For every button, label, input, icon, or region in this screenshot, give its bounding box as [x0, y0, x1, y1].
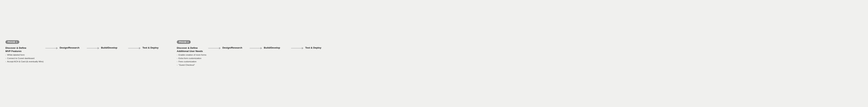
step-test-deploy-2: Test & Deploy: [305, 46, 331, 49]
arrow-4-line: [208, 48, 219, 48]
phase-1-label-row: PHASE 1: [5, 40, 168, 46]
step-discover-define-mvp: Discover & Define MVP Features White-lab…: [5, 46, 43, 64]
step-2-title: Design/Research: [60, 46, 85, 49]
step-8-title: Test & Deploy: [305, 46, 331, 49]
phase-2-badge: PHASE 2: [177, 40, 191, 44]
arrow-2-shape: [87, 47, 99, 49]
arrow-2-line: [87, 48, 98, 48]
arrow-5-line: [250, 48, 260, 48]
step-1-content: Discover & Define MVP Features White-lab…: [5, 46, 43, 64]
arrow-6: [289, 46, 305, 49]
step-1-item-3: Accept ACH & Card (& eventually Wire): [5, 60, 43, 64]
step-design-research-2: Design/Research: [222, 46, 248, 49]
step-7-content: Build/Develop: [264, 46, 289, 49]
arrow-5-shape: [250, 47, 262, 49]
arrow-2-head: [98, 47, 99, 49]
step-2-content: Design/Research: [60, 46, 85, 49]
step-5-content: Discover & Define Additional User Needs …: [177, 46, 207, 67]
step-test-deploy-1: Test & Deploy: [143, 46, 168, 49]
step-1-item-1: White-labeled form: [5, 54, 43, 57]
arrow-1-line: [45, 48, 56, 48]
phase-1-badge: PHASE 1: [5, 40, 19, 44]
arrow-6-line: [291, 48, 302, 48]
arrow-1-shape: [45, 47, 58, 49]
step-build-develop-1: Build/Develop: [101, 46, 126, 49]
step-3-title: Build/Develop: [101, 46, 126, 49]
phase-1-steps-row: Discover & Define MVP Features White-lab…: [5, 46, 168, 64]
phase-2-block: PHASE 2 Discover & Define Additional Use…: [177, 40, 331, 67]
step-4-title: Test & Deploy: [143, 46, 168, 49]
step-discover-define-additional: Discover & Define Additional User Needs …: [177, 46, 207, 67]
step-design-research-1: Design/Research: [60, 46, 85, 49]
phase-1-block: PHASE 1 Discover & Define MVP Features W…: [5, 40, 168, 64]
step-5-item-4: “Guest Checkout”: [177, 64, 207, 67]
step-1-item-2: Connect to Curant dashboard: [5, 57, 43, 60]
step-build-develop-2: Build/Develop: [264, 46, 289, 49]
arrow-3-head: [139, 47, 141, 49]
arrow-5-head: [260, 47, 262, 49]
roadmap-container: PHASE 1 Discover & Define MVP Features W…: [5, 40, 863, 67]
arrow-4-shape: [208, 47, 221, 49]
arrow-6-head: [302, 47, 304, 49]
step-1-title: Discover & Define MVP Features: [5, 46, 43, 53]
step-5-item-3: Fees customization: [177, 60, 207, 64]
step-5-list: Enable creation of more forms Extra form…: [177, 54, 207, 67]
arrow-5: [248, 46, 264, 49]
step-5-title: Discover & Define Additional User Needs: [177, 46, 207, 53]
arrow-1: [43, 46, 60, 49]
step-4-content: Test & Deploy: [143, 46, 168, 49]
step-3-content: Build/Develop: [101, 46, 126, 49]
arrow-4: [207, 46, 222, 49]
step-8-content: Test & Deploy: [305, 46, 331, 49]
arrow-1-head: [56, 47, 58, 49]
phase-2-steps-row: Discover & Define Additional User Needs …: [177, 46, 331, 67]
step-1-list: White-labeled form Connect to Curant das…: [5, 54, 43, 64]
step-6-content: Design/Research: [222, 46, 248, 49]
arrow-3: [126, 46, 143, 49]
arrow-6-shape: [291, 47, 304, 49]
arrow-2: [85, 46, 101, 49]
step-5-item-1: Enable creation of more forms: [177, 54, 207, 57]
arrow-4-head: [219, 47, 221, 49]
step-6-title: Design/Research: [222, 46, 248, 49]
arrow-3-shape: [128, 47, 141, 49]
step-7-title: Build/Develop: [264, 46, 289, 49]
arrow-3-line: [128, 48, 139, 48]
phase-2-label-row: PHASE 2: [177, 40, 331, 46]
step-5-item-2: Extra form customization: [177, 57, 207, 60]
